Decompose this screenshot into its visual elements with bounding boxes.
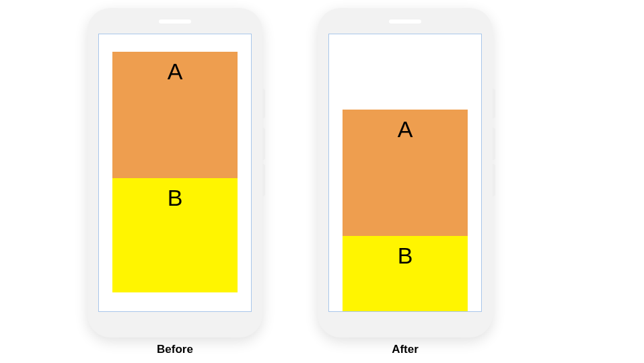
block-label: A	[398, 116, 413, 143]
block-label: B	[168, 185, 183, 211]
phone-side-button	[262, 164, 265, 196]
block-b: B	[343, 236, 468, 311]
caption-after: After	[392, 343, 419, 356]
phone-side-button	[262, 89, 265, 118]
caption-before: Before	[157, 343, 193, 356]
phone-speaker	[159, 19, 191, 24]
block-label: A	[168, 58, 183, 85]
phone-speaker	[389, 19, 421, 24]
phone-side-button	[493, 164, 495, 196]
block-label: B	[398, 243, 413, 269]
phone-frame: A B	[87, 8, 262, 337]
phone-viewport: A B	[328, 34, 482, 312]
phone-side-button	[493, 128, 495, 160]
phone-side-button	[493, 89, 495, 118]
phone-frame: A B	[318, 8, 493, 337]
block-b: B	[112, 178, 238, 292]
phone-side-button	[262, 128, 265, 160]
block-a: A	[112, 52, 238, 178]
block-a: A	[343, 110, 468, 236]
phone-after: A B After	[318, 8, 493, 356]
phone-before: A B Before	[87, 8, 262, 356]
phone-viewport: A B	[98, 34, 252, 312]
